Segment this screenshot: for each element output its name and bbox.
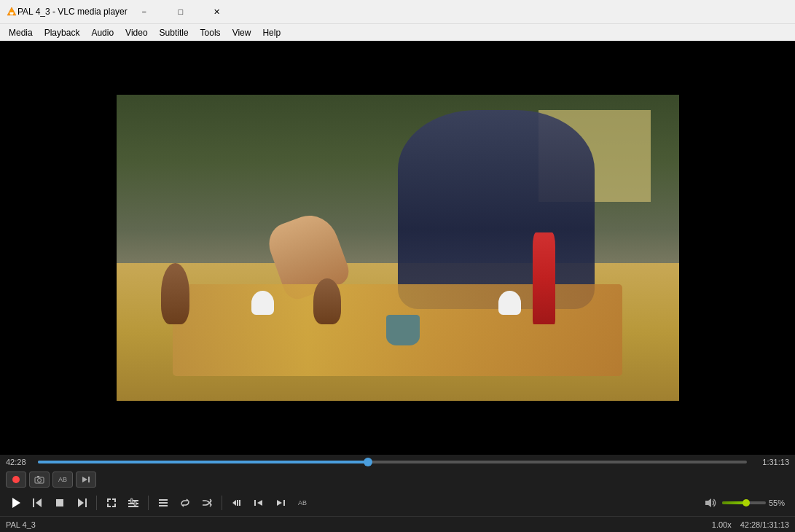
status-speed: 1.00x bbox=[712, 520, 732, 529]
svg-rect-26 bbox=[130, 498, 133, 503]
ab-loop-button[interactable]: AB bbox=[292, 493, 313, 513]
volume-thumb bbox=[743, 499, 750, 506]
svg-rect-22 bbox=[114, 504, 116, 507]
menu-video[interactable]: Video bbox=[120, 24, 153, 41]
svg-rect-20 bbox=[107, 504, 109, 507]
ab-loop-rec-button[interactable]: AB bbox=[52, 472, 73, 488]
svg-marker-44 bbox=[705, 498, 711, 507]
fullscreen-button[interactable] bbox=[101, 493, 122, 513]
svg-rect-10 bbox=[33, 498, 34, 507]
vlc-icon bbox=[6, 6, 17, 17]
menu-playback[interactable]: Playback bbox=[39, 24, 86, 41]
svg-rect-30 bbox=[159, 505, 168, 506]
svg-marker-7 bbox=[82, 477, 87, 482]
volume-level: 55% bbox=[769, 498, 789, 507]
video-frame bbox=[117, 95, 679, 401]
svg-rect-29 bbox=[159, 502, 168, 504]
svg-rect-38 bbox=[237, 500, 238, 506]
svg-rect-40 bbox=[254, 500, 256, 506]
scrubber-thumb bbox=[364, 458, 372, 466]
maximize-button[interactable]: □ bbox=[164, 0, 197, 23]
svg-rect-16 bbox=[107, 498, 109, 502]
svg-rect-39 bbox=[239, 500, 240, 506]
record-icon bbox=[12, 475, 20, 484]
svg-point-3 bbox=[12, 476, 20, 483]
random-icon bbox=[201, 497, 213, 509]
minimize-button[interactable]: − bbox=[128, 0, 161, 23]
svg-marker-37 bbox=[232, 500, 236, 506]
svg-rect-42 bbox=[283, 500, 285, 506]
scene-cup bbox=[386, 315, 420, 345]
svg-rect-25 bbox=[128, 506, 138, 507]
snapshot-button[interactable] bbox=[29, 472, 50, 488]
next-frame-button[interactable] bbox=[270, 493, 291, 513]
menu-help[interactable]: Help bbox=[256, 24, 286, 41]
volume-icon bbox=[704, 497, 717, 509]
fullscreen-icon bbox=[106, 497, 117, 509]
svg-rect-8 bbox=[88, 477, 90, 482]
next-chapter-button[interactable] bbox=[71, 493, 92, 513]
svg-rect-2 bbox=[10, 15, 13, 15]
random-button[interactable] bbox=[197, 493, 217, 513]
playback-controls: AB 55% bbox=[0, 490, 795, 516]
timeline-area: 42:28 1:31:13 bbox=[0, 455, 795, 469]
scene-chipmunk-1 bbox=[161, 263, 189, 324]
prev-chapter-icon bbox=[32, 497, 44, 509]
scrubber-fill bbox=[38, 461, 368, 463]
statusbar: PAL 4_3 1.00x 42:28/1:31:13 bbox=[0, 516, 795, 532]
menu-view[interactable]: View bbox=[227, 24, 257, 41]
playlist-button[interactable] bbox=[153, 493, 173, 513]
scene-chipmunk-2 bbox=[313, 278, 342, 324]
volume-slider[interactable] bbox=[722, 501, 766, 504]
frame-by-frame-button[interactable] bbox=[76, 472, 96, 488]
svg-rect-6 bbox=[37, 476, 39, 477]
repeat-button[interactable] bbox=[175, 493, 195, 513]
svg-marker-14 bbox=[78, 498, 84, 507]
menu-media[interactable]: Media bbox=[3, 24, 39, 41]
svg-marker-9 bbox=[12, 498, 20, 508]
prev-frame-icon bbox=[253, 497, 265, 509]
stop-button[interactable] bbox=[50, 493, 70, 513]
control-separator-3 bbox=[222, 496, 222, 510]
svg-rect-12 bbox=[56, 499, 63, 506]
repeat-icon bbox=[179, 497, 191, 509]
prev-chapter-button[interactable] bbox=[28, 493, 48, 513]
menu-audio[interactable]: Audio bbox=[85, 24, 120, 41]
volume-button[interactable] bbox=[702, 494, 719, 512]
svg-rect-18 bbox=[114, 498, 116, 502]
loop-icon bbox=[231, 497, 243, 509]
svg-line-33 bbox=[210, 505, 211, 506]
extended-settings-button[interactable] bbox=[123, 493, 144, 513]
next-frame-icon bbox=[275, 497, 286, 509]
menubar: Media Playback Audio Video Subtitle Tool… bbox=[0, 23, 795, 41]
scene-cream-1 bbox=[251, 291, 274, 316]
control-separator-1 bbox=[96, 496, 97, 510]
scene-person bbox=[398, 110, 595, 309]
svg-marker-41 bbox=[257, 500, 262, 506]
window-controls: − □ ✕ bbox=[128, 0, 234, 23]
record-button[interactable] bbox=[6, 472, 26, 488]
close-button[interactable]: ✕ bbox=[200, 0, 234, 23]
titlebar: PAL 4_3 - VLC media player − □ ✕ bbox=[0, 0, 795, 23]
next-chapter-icon bbox=[76, 497, 87, 509]
svg-rect-1 bbox=[10, 12, 14, 14]
control-separator-2 bbox=[148, 496, 149, 510]
menu-tools[interactable]: Tools bbox=[195, 24, 227, 41]
scene-bottle bbox=[533, 232, 555, 324]
snapshot-icon bbox=[34, 475, 44, 484]
extended-settings-icon bbox=[128, 497, 139, 509]
video-area[interactable] bbox=[0, 41, 795, 455]
play-button[interactable] bbox=[6, 493, 26, 513]
scrubber[interactable] bbox=[38, 461, 747, 463]
time-elapsed: 42:28 bbox=[6, 458, 32, 466]
loop-button[interactable] bbox=[227, 493, 247, 513]
window-title: PAL 4_3 - VLC media player bbox=[17, 7, 128, 17]
menu-subtitle[interactable]: Subtitle bbox=[154, 24, 195, 41]
svg-rect-13 bbox=[85, 498, 87, 507]
frame-icon bbox=[81, 475, 91, 484]
prev-frame-button[interactable] bbox=[248, 493, 269, 513]
svg-marker-0 bbox=[7, 7, 16, 15]
svg-rect-24 bbox=[128, 503, 138, 504]
playlist-icon bbox=[157, 497, 169, 509]
play-icon bbox=[10, 497, 22, 509]
